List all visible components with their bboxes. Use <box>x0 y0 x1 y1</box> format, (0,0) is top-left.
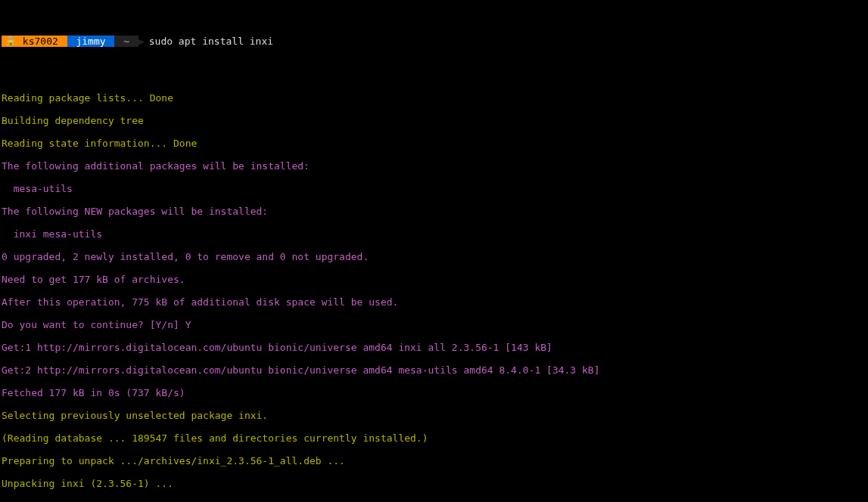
apt-line: (Reading database ... 189547 files and d… <box>2 432 866 444</box>
apt-line: Reading package lists... Done <box>2 92 866 104</box>
apt-line: Preparing to unpack .../archives/inxi_2.… <box>2 455 866 466</box>
apt-line: Need to get 177 kB of archives. <box>2 274 866 285</box>
apt-line: mesa-utils <box>2 183 866 194</box>
prompt-user: jimmy <box>67 36 115 47</box>
apt-line: The following additional packages will b… <box>2 160 866 172</box>
prompt-host: 🔒 ks7002 <box>2 36 67 47</box>
prompt-arrow-icon: ▶ <box>138 36 145 47</box>
apt-line: Building dependency tree <box>2 115 866 126</box>
apt-line: Do you want to continue? [Y/n] Y <box>2 319 866 330</box>
apt-line: The following NEW packages will be insta… <box>2 206 866 217</box>
terminal-window[interactable]: 🔒 ks7002 jimmy ~ ▶ sudo apt install inxi… <box>0 0 868 502</box>
apt-line: After this operation, 775 kB of addition… <box>2 296 866 308</box>
apt-line: 0 upgraded, 2 newly installed, 0 to remo… <box>2 251 866 262</box>
apt-line: Get:2 http://mirrors.digitalocean.com/ub… <box>2 364 866 376</box>
apt-line: Selecting previously unselected package … <box>2 410 866 421</box>
lock-icon: 🔒 <box>5 36 17 47</box>
prompt-path: ~ <box>114 36 138 47</box>
apt-line: Get:1 http://mirrors.digitalocean.com/ub… <box>2 342 866 353</box>
prompt-line-1: 🔒 ks7002 jimmy ~ ▶ sudo apt install inxi <box>2 36 866 47</box>
command-input-1: sudo apt install inxi <box>149 36 273 47</box>
apt-line: Unpacking inxi (2.3.56-1) ... <box>2 478 866 489</box>
apt-line: inxi mesa-utils <box>2 228 866 240</box>
apt-output: Reading package lists... Done Building d… <box>2 81 866 502</box>
apt-line: Reading state information... Done <box>2 138 866 149</box>
apt-line: Fetched 177 kB in 0s (737 kB/s) <box>2 387 866 398</box>
